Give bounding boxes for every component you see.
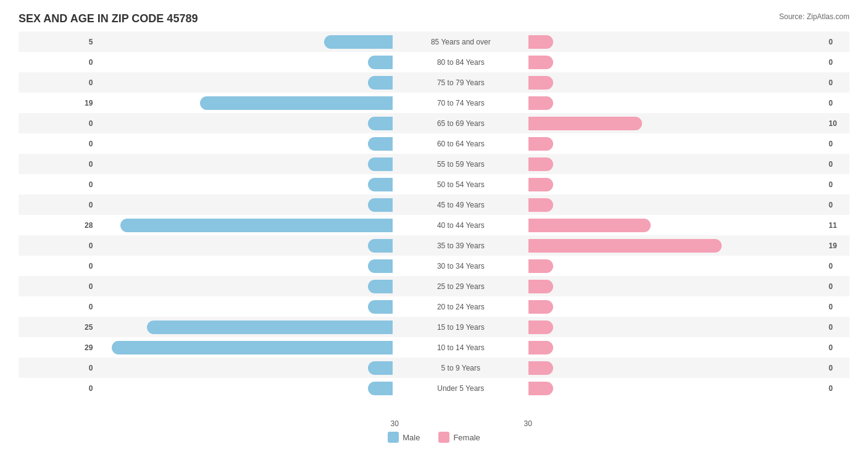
legend-female-label: Female [453,433,480,442]
left-section: 0 [19,256,393,276]
female-bar-container [528,198,825,212]
table-row: 5 85 Years and over 0 [19,31,849,52]
left-section: 0 [19,296,393,317]
table-row: 0 25 to 29 Years 0 [19,276,849,296]
male-bar-container [96,178,393,191]
right-section: 0 [528,133,849,154]
female-bar [528,361,553,375]
female-bar [528,198,553,212]
right-section: 0 [528,337,849,358]
female-bar [528,117,641,130]
male-bar-container [96,361,393,375]
left-section: 0 [19,195,393,215]
right-section: 11 [528,215,849,235]
female-bar [528,259,553,273]
female-value-outside: 11 [828,221,837,230]
left-section: 0 [19,235,393,256]
right-section: 0 [528,31,849,52]
male-bar-container [96,219,393,232]
left-section: 25 [19,317,393,337]
table-row: 0 60 to 64 Years 0 [19,133,849,154]
female-bar [528,157,553,171]
table-row: 19 70 to 74 Years 0 [19,93,849,113]
right-section: 0 [528,154,849,174]
left-section: 0 [19,358,393,378]
age-label: 5 to 9 Years [393,364,528,372]
axis-left: 30 [19,419,401,428]
table-row: 0 35 to 39 Years 19 [19,235,849,256]
female-bar-container [528,259,825,273]
male-value-outside: 28 [85,221,93,230]
table-row: 29 10 to 14 Years 0 [19,337,849,358]
male-bar-container [96,56,393,69]
left-section: 0 [19,174,393,195]
axis-right: 30 [522,419,849,428]
age-label: 40 to 44 Years [393,221,528,230]
table-row: 0 65 to 69 Years 10 [19,113,849,133]
age-label: 75 to 79 Years [393,78,528,87]
male-bar [368,137,393,151]
age-label: 15 to 19 Years [393,323,528,332]
chart-title: SEX AND AGE IN ZIP CODE 45789 [19,12,849,25]
table-row: 0 20 to 24 Years 0 [19,296,849,317]
female-value-outside: 10 [828,119,837,128]
male-bar-container [96,96,393,110]
male-bar-container [96,321,393,334]
table-row: 0 Under 5 Years 0 [19,378,849,398]
female-bar-container [528,239,825,253]
male-bar [324,35,393,49]
male-bar-container [96,259,393,273]
age-label: 85 Years and over [393,38,528,46]
chart-area: 5 85 Years and over 0 0 80 to 84 Years [19,31,849,414]
right-section: 0 [528,276,849,296]
male-bar-container [96,157,393,171]
legend-male: Male [388,432,420,443]
left-section: 29 [19,337,393,358]
male-bar-container [96,239,393,253]
female-bar-container [528,56,825,69]
age-label: 80 to 84 Years [393,58,528,67]
right-section: 0 [528,256,849,276]
male-bar [368,198,393,212]
male-bar [112,341,393,354]
right-section: 0 [528,93,849,113]
female-bar-container [528,341,825,354]
female-bar [528,56,553,69]
age-label: 70 to 74 Years [393,99,528,107]
male-value-outside: 29 [85,343,93,352]
age-label: 25 to 29 Years [393,282,528,291]
female-bar [528,382,553,395]
age-label: 65 to 69 Years [393,119,528,128]
table-row: 28 40 to 44 Years 11 [19,215,849,235]
male-bar [368,239,393,253]
female-bar-container [528,280,825,293]
table-row: 0 50 to 54 Years 0 [19,174,849,195]
age-label: 30 to 34 Years [393,262,528,270]
table-row: 0 5 to 9 Years 0 [19,358,849,378]
legend-female: Female [438,432,480,443]
table-row: 0 55 to 59 Years 0 [19,154,849,174]
male-bar [368,178,393,191]
axis-row: 30 30 [19,419,849,428]
female-bar [528,321,553,334]
female-swatch [438,432,449,443]
male-bar [147,321,393,334]
female-bar [528,35,553,49]
right-section: 0 [528,72,849,93]
female-bar-container [528,382,825,395]
male-bar [200,96,393,110]
left-section: 0 [19,154,393,174]
male-bar [368,280,393,293]
female-bar [528,239,721,253]
male-bar [368,56,393,69]
left-section: 0 [19,378,393,398]
female-bar [528,341,553,354]
left-section: 0 [19,113,393,133]
age-label: 55 to 59 Years [393,160,528,169]
legend: Male Female [19,432,849,443]
female-bar-container [528,321,825,334]
age-label: 20 to 24 Years [393,303,528,311]
female-bar-container [528,300,825,314]
male-bar [368,259,393,273]
female-bar-container [528,117,825,130]
